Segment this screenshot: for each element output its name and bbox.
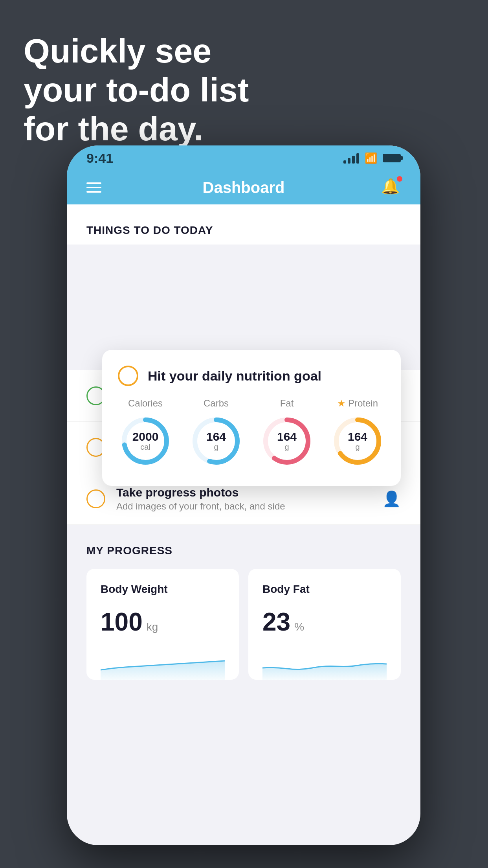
fat-donut-text: 164 g (277, 431, 297, 452)
nav-title: Dashboard (203, 179, 285, 197)
protein-donut-text: 164 g (348, 431, 367, 452)
headline-line1: Quickly see (24, 32, 211, 70)
progress-section-title: MY PROGRESS (86, 544, 401, 557)
progress-photos-icon: 👤 (382, 490, 401, 508)
protein-unit: g (348, 443, 367, 452)
things-section-title: THINGS TO DO TODAY (86, 224, 213, 236)
notifications-button[interactable]: 🔔 (381, 178, 401, 197)
protein-value: 164 (348, 431, 367, 443)
progress-grid: Body Weight 100 kg (86, 569, 401, 680)
signal-bar-4 (356, 153, 359, 164)
body-weight-unit: kg (147, 621, 158, 633)
body-weight-title: Body Weight (101, 583, 225, 596)
calories-label: Calories (128, 398, 163, 409)
fat-unit: g (277, 443, 297, 452)
signal-bars-icon (343, 153, 359, 164)
progress-photos-check-circle[interactable] (86, 489, 105, 508)
hamburger-line-2 (86, 187, 101, 188)
nutrition-protein: ★ Protein 164 g (330, 398, 385, 469)
body-fat-value: 23 (262, 607, 290, 636)
carbs-label: Carbs (204, 398, 229, 409)
carbs-donut-text: 164 g (206, 431, 226, 452)
hamburger-line-3 (86, 191, 101, 193)
progress-photos-desc: Add images of your front, back, and side (116, 501, 371, 512)
nutrition-grid: Calories 2000 cal Carbs (118, 398, 385, 469)
nutrition-calories: Calories 2000 cal (118, 398, 173, 469)
signal-bar-2 (348, 158, 350, 164)
body-fat-card: Body Fat 23 % (248, 569, 401, 680)
nutrition-check-circle[interactable] (118, 366, 138, 386)
fat-label: Fat (280, 398, 294, 409)
body-fat-title: Body Fat (262, 583, 387, 596)
headline-line2: your to-do list (24, 71, 249, 108)
battery-icon (383, 154, 401, 162)
protein-donut: 164 g (330, 414, 385, 469)
calories-donut: 2000 cal (118, 414, 173, 469)
protein-star-icon: ★ (337, 398, 346, 409)
status-time: 9:41 (86, 151, 113, 166)
body-weight-chart (101, 648, 225, 680)
notification-dot (397, 176, 402, 182)
carbs-value: 164 (206, 431, 226, 443)
things-to-do-section: THINGS TO DO TODAY (67, 204, 420, 245)
progress-section: MY PROGRESS Body Weight 100 kg (67, 525, 420, 699)
body-weight-value: 100 (101, 607, 143, 636)
bell-icon: 🔔 (381, 178, 400, 195)
carbs-unit: g (206, 443, 226, 452)
calories-unit: cal (132, 443, 159, 452)
fat-value: 164 (277, 431, 297, 443)
phone-mockup: 9:41 📶 Dashboard 🔔 THINGS TO DO TODAY (67, 145, 420, 845)
body-weight-value-row: 100 kg (101, 607, 225, 636)
signal-bar-3 (352, 156, 355, 164)
carbs-donut: 164 g (189, 414, 244, 469)
nutrition-carbs: Carbs 164 g (189, 398, 244, 469)
nutrition-card: Hit your daily nutrition goal Calories 2… (102, 350, 401, 486)
body-fat-chart (262, 648, 387, 680)
nav-bar: Dashboard 🔔 (67, 171, 420, 204)
signal-bar-1 (343, 160, 346, 164)
body-fat-value-row: 23 % (262, 607, 387, 636)
status-bar: 9:41 📶 (67, 145, 420, 171)
calories-value: 2000 (132, 431, 159, 443)
headline: Quickly see your to-do list for the day. (24, 31, 249, 148)
menu-button[interactable] (86, 182, 101, 193)
calories-donut-text: 2000 cal (132, 431, 159, 452)
body-fat-unit: % (294, 621, 304, 633)
wifi-icon: 📶 (365, 152, 377, 164)
fat-donut: 164 g (259, 414, 314, 469)
nutrition-fat: Fat 164 g (259, 398, 314, 469)
headline-line3: for the day. (24, 110, 203, 147)
protein-label: ★ Protein (337, 398, 378, 409)
nutrition-card-header: Hit your daily nutrition goal (118, 366, 385, 386)
progress-photos-info: Take progress photos Add images of your … (116, 486, 371, 512)
body-weight-card: Body Weight 100 kg (86, 569, 239, 680)
progress-photos-name: Take progress photos (116, 486, 371, 499)
hamburger-line-1 (86, 182, 101, 184)
nutrition-card-title: Hit your daily nutrition goal (148, 368, 321, 384)
status-icons: 📶 (343, 152, 401, 164)
